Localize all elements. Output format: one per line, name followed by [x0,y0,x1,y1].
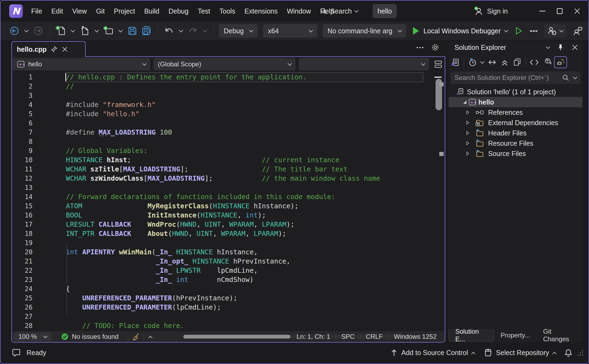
code-line-13[interactable]: 13 [12,183,434,192]
zoom-dropdown[interactable]: 100 % [14,332,51,341]
platform-dropdown[interactable]: x64 [263,24,317,38]
save-all-button[interactable] [141,24,152,37]
code-line-9[interactable]: 9// Global Variables: [12,146,434,155]
code-line-16[interactable]: 16BOOL InitInstance(HINSTANCE, int); [12,211,434,220]
filter-chevron[interactable] [480,59,485,64]
code-line-24[interactable]: 24{ [12,284,434,294]
code-line-18[interactable]: 18INT_PTR CALLBACK About(HWND, UINT, WPA… [12,229,434,238]
collapsed-arrow-icon[interactable] [466,110,470,115]
code-line-1[interactable]: 1// hello.cpp : Defines the entry point … [12,73,434,82]
open-file-button[interactable] [79,24,90,37]
panel-tab-git-changes[interactable]: Git Changes [537,329,582,342]
menu-item-edit[interactable]: Edit [47,7,68,15]
editor-settings-gear-icon[interactable] [431,43,440,52]
tab-close-icon[interactable] [62,46,68,52]
code-line-14[interactable]: 14// Forward declarations of functions i… [12,192,434,202]
add-new-item-button[interactable] [103,24,114,37]
show-code-icon[interactable] [529,56,539,68]
maximize-button[interactable] [551,1,568,22]
sign-in-button[interactable]: Sign in [473,1,508,22]
code-line-4[interactable]: 4#include "framework.h" [12,100,434,109]
tree-item-source-files[interactable]: Source Files [449,148,582,159]
encoding-indicator[interactable]: Windows 1252 [389,333,441,340]
health-indicator[interactable]: No issues found [61,333,119,340]
command-line-dropdown[interactable]: No command-line arg [323,24,406,38]
undo-button[interactable] [163,24,175,37]
code-line-22[interactable]: 22 _In_ LPWSTR lpCmdLine, [12,266,434,275]
code-line-20[interactable]: 20int APIENTRY wWinMain(_In_ HINSTANCE h… [12,248,434,257]
code-line-2[interactable]: 2// [12,82,434,91]
navigate-forward-button[interactable] [33,24,44,37]
code-line-11[interactable]: 11WCHAR szTitle[MAX_LOADSTRING]; // The … [12,165,434,174]
code-line-10[interactable]: 10HINSTANCE hInst; // current instance [12,155,434,165]
preview-selected-items-icon[interactable] [554,56,567,68]
menu-item-debug[interactable]: Debug [164,7,193,15]
switch-views-icon[interactable]: N [450,56,460,68]
scope-dropdown[interactable]: (Global Scope) [153,58,296,70]
split-editor-button[interactable] [432,58,444,70]
toolbar-overflow-ellipsis-icon[interactable] [531,30,538,32]
search-options-chevron[interactable] [573,75,577,79]
start-debugging-button[interactable]: Local Windows Debugger [412,26,508,35]
menu-item-project[interactable]: Project [109,7,140,15]
new-file-chevron[interactable] [69,30,76,32]
menu-item-build[interactable]: Build [140,7,164,15]
insert-mode-indicator[interactable]: SPC [337,333,360,340]
close-button[interactable] [568,1,586,22]
cleanup-options-chevron[interactable] [148,336,153,340]
pin-icon[interactable] [51,46,57,53]
code-cleanup-broom-icon[interactable] [132,333,140,341]
panel-pin-icon[interactable] [557,44,564,51]
start-without-debugging-button[interactable] [513,24,524,37]
code-line-3[interactable]: 3 [12,91,434,100]
solution-search-input[interactable]: Search Solution Explorer (Ctrl+¨) [451,72,580,84]
panel-close-icon[interactable] [572,44,578,51]
panel-tab-solution-e[interactable]: Solution E... [449,329,494,342]
caret-position[interactable]: Ln: 1, Ch: 1 [292,333,335,340]
code-line-28[interactable]: 28 // TODO: Place code here. [12,321,434,330]
tree-item-solution-hello-1-of-1-project[interactable]: ∞Solution 'hello' (1 of 1 project) [449,87,582,97]
notifications-bell-icon[interactable] [565,349,572,357]
member-dropdown[interactable] [299,58,429,70]
code-line-23[interactable]: 23 _In_ int nCmdShow) [12,275,434,284]
sync-with-active-document-icon[interactable] [487,56,497,68]
code-line-25[interactable]: 25 UNREFERENCED_PARAMETER(hPrevInstance)… [12,294,434,303]
menu-item-window[interactable]: Window [282,7,316,15]
new-file-button[interactable] [55,24,66,37]
code-line-5[interactable]: 5#include "hello.h" [12,109,434,119]
properties-wrench-icon[interactable] [542,56,552,68]
navigate-back-button[interactable] [9,24,20,37]
solution-name-badge[interactable]: hello [373,4,397,18]
resize-grip[interactable] [577,350,583,356]
collapsed-arrow-icon[interactable] [466,131,470,135]
code-line-8[interactable]: 8 [12,137,434,146]
collapsed-arrow-icon[interactable] [466,120,470,125]
collapsed-arrow-icon[interactable] [466,141,470,146]
panel-tab-property[interactable]: Property... [494,329,537,342]
minimize-button[interactable] [534,1,551,22]
menu-item-extensions[interactable]: Extensions [240,7,282,15]
save-button[interactable] [127,24,138,37]
line-endings-indicator[interactable]: CRLF [361,333,388,340]
tab-hello-cpp[interactable]: hello.cpp [11,41,86,57]
code-line-7[interactable]: 7#define MAX_LOADSTRING 100 [12,128,434,137]
menu-item-file[interactable]: File [27,7,47,15]
code-line-12[interactable]: 12WCHAR szWindowClass[MAX_LOADSTRING]; /… [12,174,434,183]
code-line-19[interactable]: 19 [12,238,434,248]
copy-icon[interactable] [512,56,522,68]
tree-item-external-dependencies[interactable]: External Dependencies [449,118,582,128]
open-file-chevron[interactable] [93,30,100,32]
user-feedback-button[interactable] [572,24,584,37]
redo-chevron[interactable] [201,30,208,32]
pending-changes-filter-icon[interactable] [467,56,478,68]
search-box[interactable]: Search [320,1,358,22]
menu-item-tools[interactable]: Tools [215,7,240,15]
tree-item-references[interactable]: References [449,107,582,118]
panel-options-chevron[interactable] [546,44,550,49]
tree-item-header-files[interactable]: Header Files [449,128,582,138]
expanded-arrow-icon[interactable] [463,100,467,104]
configuration-dropdown[interactable]: Debug [219,24,258,38]
live-share-button[interactable] [544,24,566,38]
tree-item-resource-files[interactable]: Resource Files [449,138,582,148]
menu-item-git[interactable]: Git [91,7,109,15]
